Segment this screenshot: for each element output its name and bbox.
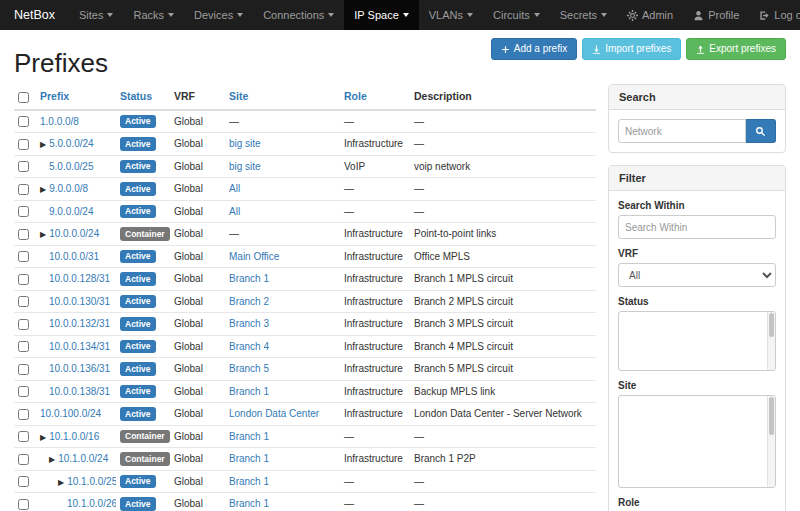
site-link[interactable]: Branch 1	[229, 453, 269, 464]
row-checkbox[interactable]	[18, 364, 29, 375]
site-link[interactable]: All	[229, 183, 240, 194]
logout-link[interactable]: Log out	[749, 0, 800, 30]
row-checkbox[interactable]	[18, 319, 29, 330]
row-checkbox[interactable]	[18, 499, 29, 510]
row-checkbox[interactable]	[18, 431, 29, 442]
add-prefix-button[interactable]: Add a prefix	[491, 38, 577, 60]
row-checkbox[interactable]	[18, 454, 29, 465]
search-button[interactable]	[746, 119, 776, 143]
site-link[interactable]: Main Office	[229, 251, 279, 262]
status-badge: Container	[120, 430, 170, 444]
expand-arrow-icon[interactable]: ▶	[40, 230, 46, 239]
row-checkbox[interactable]	[18, 251, 29, 262]
status-scrollbar[interactable]	[767, 312, 775, 370]
site-link[interactable]: Branch 2	[229, 296, 269, 307]
admin-link[interactable]: Admin	[617, 0, 683, 30]
site-link[interactable]: Branch 5	[229, 363, 269, 374]
site-link[interactable]: All	[229, 206, 240, 217]
prefix-link[interactable]: 5.0.0.0/24	[49, 138, 93, 149]
expand-arrow-icon[interactable]: ▶	[58, 478, 64, 487]
prefix-link[interactable]: 10.1.0.0/16	[49, 431, 99, 442]
search-input[interactable]	[618, 119, 746, 143]
search-within-input[interactable]	[618, 215, 776, 239]
site-link[interactable]: big site	[229, 138, 261, 149]
prefix-link[interactable]: 10.0.0.0/31	[49, 251, 99, 262]
prefix-link[interactable]: 10.0.0.128/31	[49, 273, 110, 284]
nav-item[interactable]: Connections	[253, 0, 344, 30]
prefix-link[interactable]: 1.0.0.0/8	[40, 116, 79, 127]
row-checkbox[interactable]	[18, 386, 29, 397]
site-link[interactable]: Branch 4	[229, 341, 269, 352]
expand-arrow-icon[interactable]: ▶	[40, 433, 46, 442]
row-checkbox[interactable]	[18, 341, 29, 352]
prefix-link[interactable]: 10.0.100.0/24	[40, 408, 101, 419]
expand-arrow-icon[interactable]: ▶	[49, 455, 55, 464]
row-checkbox[interactable]	[18, 476, 29, 487]
prefix-link[interactable]: 10.0.0.0/24	[49, 228, 99, 239]
nav-item[interactable]: Racks	[123, 0, 184, 30]
site-link[interactable]: London Data Center	[229, 408, 319, 419]
prefix-link[interactable]: 10.0.0.138/31	[49, 386, 110, 397]
site-link[interactable]: Branch 1	[229, 476, 269, 487]
site-link[interactable]: Branch 1	[229, 386, 269, 397]
vrf-select[interactable]: All	[618, 263, 776, 287]
import-prefixes-button[interactable]: Import prefixes	[582, 38, 681, 60]
role-cell: —	[340, 200, 410, 223]
nav-item[interactable]: IP Space	[344, 0, 418, 30]
site-link[interactable]: Branch 3	[229, 318, 269, 329]
prefix-link[interactable]: 10.1.0.0/25	[67, 476, 116, 487]
vrf-cell: Global	[170, 223, 225, 246]
export-prefixes-button[interactable]: Export prefixes	[686, 38, 786, 60]
prefix-link[interactable]: 10.0.0.132/31	[49, 318, 110, 329]
brand-logo[interactable]: NetBox	[0, 0, 69, 30]
row-checkbox[interactable]	[18, 229, 29, 240]
description-cell: —	[410, 425, 596, 448]
site-link[interactable]: Branch 1	[229, 498, 269, 509]
nav-item[interactable]: Sites	[69, 0, 123, 30]
column-header-role[interactable]: Role	[340, 84, 410, 110]
prefix-link[interactable]: 10.0.0.136/31	[49, 363, 110, 374]
column-header-status[interactable]: Status	[116, 84, 170, 110]
vrf-cell: Global	[170, 335, 225, 358]
expand-arrow-icon[interactable]: ▶	[40, 140, 46, 149]
row-checkbox[interactable]	[18, 206, 29, 217]
row-checkbox[interactable]	[18, 116, 29, 127]
filter-panel-title: Filter	[609, 166, 785, 191]
site-listbox[interactable]	[618, 395, 776, 488]
row-checkbox[interactable]	[18, 139, 29, 150]
tree-indent	[40, 349, 49, 350]
row-checkbox[interactable]	[18, 184, 29, 195]
nav-item[interactable]: Secrets	[550, 0, 617, 30]
sidebar: Search Filter Search Within	[608, 84, 786, 511]
prefix-link[interactable]: 9.0.0.0/8	[49, 183, 88, 194]
table-row: ▶10.1.0.0/26 Active Global Branch 1 — —	[14, 493, 596, 511]
prefix-link[interactable]: 10.0.0.130/31	[49, 296, 110, 307]
prefix-table-container: Prefix Status VRF Site Role Description …	[14, 84, 596, 511]
site-link[interactable]: big site	[229, 161, 261, 172]
expand-arrow-icon[interactable]: ▶	[40, 185, 46, 194]
prefix-link[interactable]: 10.1.0.0/24	[58, 453, 108, 464]
prefix-link[interactable]: 10.0.0.134/31	[49, 341, 110, 352]
profile-link[interactable]: Profile	[683, 0, 749, 30]
site-scrollbar[interactable]	[767, 396, 775, 487]
column-header-prefix[interactable]: Prefix	[36, 84, 116, 110]
nav-item[interactable]: Devices	[184, 0, 253, 30]
status-listbox[interactable]	[618, 311, 776, 371]
status-badge: Active	[120, 475, 156, 489]
prefix-link[interactable]: 10.1.0.0/26	[67, 498, 116, 509]
search-icon	[755, 126, 766, 137]
site-link[interactable]: Branch 1	[229, 273, 269, 284]
prefix-link[interactable]: 5.0.0.0/25	[49, 161, 93, 172]
row-checkbox[interactable]	[18, 409, 29, 420]
select-all-checkbox[interactable]	[18, 92, 29, 103]
nav-item[interactable]: Circuits	[483, 0, 550, 30]
search-panel-title: Search	[609, 85, 785, 110]
vrf-cell: Global	[170, 403, 225, 426]
nav-item[interactable]: VLANs	[419, 0, 483, 30]
row-checkbox[interactable]	[18, 161, 29, 172]
site-link[interactable]: Branch 1	[229, 431, 269, 442]
prefix-link[interactable]: 9.0.0.0/24	[49, 206, 93, 217]
column-header-site[interactable]: Site	[225, 84, 340, 110]
row-checkbox[interactable]	[18, 274, 29, 285]
row-checkbox[interactable]	[18, 296, 29, 307]
